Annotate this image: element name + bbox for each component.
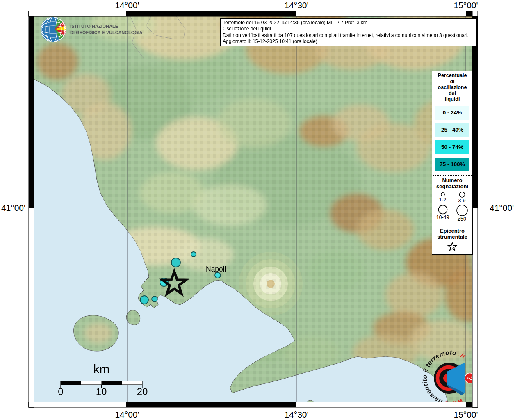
ingv-globe-icon [40, 16, 66, 43]
scale-tick-0: 0 [52, 386, 70, 397]
ingv-line2: DI GEOFISICA E VULCANOLOGIA [70, 30, 143, 36]
count-class-10-49: 10-49 [434, 204, 452, 222]
legend-separator [433, 175, 472, 176]
epicenter-star-icon [447, 241, 458, 252]
event-source: Dati non verificati estratti da 107 ques… [223, 32, 474, 39]
legend-title: Percentuale di oscillazione dei liquidi [438, 73, 467, 103]
report-dot [140, 296, 148, 304]
scale-bar-unit: km [82, 362, 121, 376]
axis-bottom-14-30: 14°30' [284, 410, 308, 420]
axis-bottom-15-00: 15°00' [453, 410, 478, 420]
axis-top-14-00: 14°00' [115, 0, 139, 10]
legend-class-0-24: 0 - 24% [435, 106, 469, 120]
city-label-napoli: Napoli [206, 265, 226, 274]
legend: Percentuale di oscillazione dei liquidi … [432, 71, 473, 255]
map-figure: www. haisentito il terremoto .it ? 14° [0, 0, 515, 420]
report-dot [152, 296, 157, 302]
scale-tick-20: 20 [133, 386, 151, 397]
event-updated: Aggiornato il: 15-12-2025 10:41 (ora loc… [223, 39, 474, 45]
legend-separator [433, 226, 472, 226]
legend-class-50-74: 50 - 74% [435, 140, 469, 154]
count-class-1-2: 1-2 [434, 191, 452, 203]
report-dot [191, 252, 196, 257]
count-circle-xlarge-icon [456, 204, 468, 216]
count-circle-medium-icon [458, 191, 466, 198]
map-content: www. haisentito il terremoto .it ? [34, 6, 492, 407]
event-title: Terremoto del 16-03-2022 15:14:35 (ora l… [223, 20, 474, 26]
report-dot [171, 258, 180, 267]
legend-class-75-100: 75 - 100% [435, 158, 469, 171]
legend-epicenter-title: Epicentro strumentale [437, 228, 467, 240]
count-class-50plus: ≥50 [453, 204, 471, 222]
axis-right-41-00: 41°00' [490, 203, 515, 213]
count-circle-large-icon [438, 204, 448, 215]
ingv-logo: ISTITUTO NAZIONALE DI GEOFISICA E VULCAN… [40, 16, 145, 43]
scale-tick-10: 10 [92, 386, 110, 397]
legend-class-25-49: 25 - 49% [435, 123, 469, 137]
axis-top-14-30: 14°30' [284, 0, 308, 10]
count-circle-small-icon [440, 191, 446, 197]
event-info-box: Terremoto del 16-03-2022 15:14:35 (ora l… [220, 18, 476, 46]
ingv-wordmark: ISTITUTO NAZIONALE DI GEOFISICA E VULCAN… [70, 23, 143, 36]
legend-count-classes: 1-2 3-9 10-49 ≥50 [433, 190, 472, 222]
legend-counts-title: Numero segnalazioni [436, 177, 468, 189]
event-effect: Oscillazione dei liquidi [223, 26, 474, 32]
count-class-3-9: 3-9 [453, 191, 471, 203]
axis-left-41-00: 41°00' [0, 203, 25, 213]
ingv-line1: ISTITUTO NAZIONALE [70, 23, 143, 30]
axis-top-15-00: 15°00' [453, 0, 478, 10]
axis-bottom-14-00: 14°00' [115, 410, 139, 420]
